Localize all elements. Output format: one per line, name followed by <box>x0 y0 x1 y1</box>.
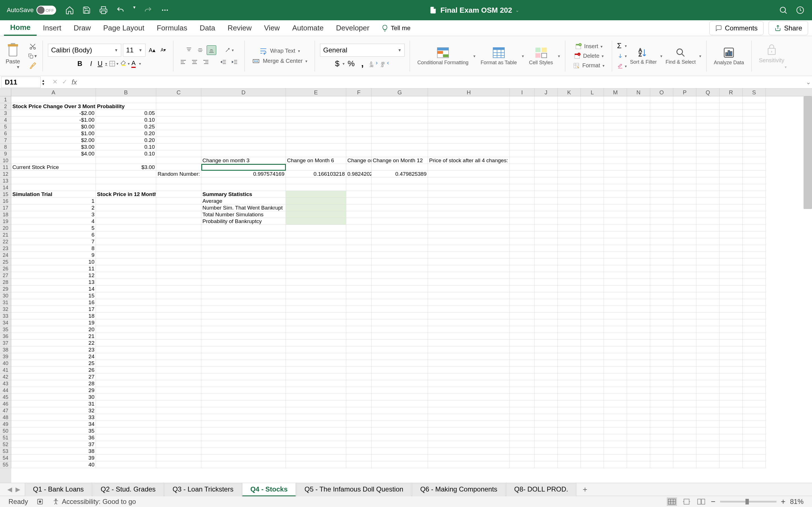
cell[interactable] <box>581 306 604 313</box>
cell[interactable] <box>673 205 696 211</box>
cell[interactable] <box>156 225 201 231</box>
cell[interactable] <box>346 428 371 434</box>
cell[interactable] <box>581 151 604 157</box>
cell[interactable] <box>627 461 650 468</box>
cell[interactable] <box>510 177 535 184</box>
cell[interactable] <box>428 387 510 394</box>
row-header[interactable]: 17 <box>0 205 11 211</box>
cell[interactable] <box>719 130 743 137</box>
clear-icon[interactable]: ▾ <box>617 61 627 71</box>
cell[interactable] <box>696 117 719 123</box>
cell[interactable] <box>201 326 286 333</box>
cell[interactable] <box>156 198 201 205</box>
cell[interactable] <box>743 333 766 340</box>
cell[interactable] <box>558 407 581 414</box>
cell[interactable] <box>627 374 650 380</box>
cell[interactable] <box>581 340 604 346</box>
cell[interactable] <box>96 380 156 387</box>
cell[interactable] <box>510 333 535 340</box>
cell[interactable]: 11 <box>11 265 96 272</box>
cell[interactable]: 4 <box>11 218 96 225</box>
cell[interactable] <box>156 164 201 171</box>
cell[interactable] <box>719 333 743 340</box>
cell[interactable] <box>743 320 766 326</box>
cell[interactable]: 0.20 <box>96 130 156 137</box>
tab-draw[interactable]: Draw <box>67 21 97 35</box>
cell[interactable] <box>558 231 581 238</box>
cell[interactable] <box>627 279 650 286</box>
cell[interactable] <box>673 353 696 360</box>
cell[interactable] <box>11 184 96 191</box>
cell[interactable] <box>627 252 650 259</box>
cell[interactable] <box>371 130 428 137</box>
cell[interactable] <box>201 441 286 448</box>
cell[interactable] <box>535 218 558 225</box>
cell[interactable] <box>743 117 766 123</box>
cell[interactable] <box>650 252 673 259</box>
cell[interactable] <box>558 117 581 123</box>
sheet-tab[interactable]: Q4 - Stocks <box>242 483 296 496</box>
cell[interactable] <box>604 374 627 380</box>
cell[interactable] <box>286 360 346 367</box>
more-icon[interactable] <box>160 5 170 15</box>
cell[interactable] <box>650 292 673 299</box>
cell[interactable] <box>673 151 696 157</box>
cell[interactable] <box>371 394 428 400</box>
cell[interactable] <box>346 421 371 428</box>
cell[interactable] <box>346 191 371 198</box>
cell[interactable] <box>428 123 510 130</box>
cell[interactable]: Change on Month 6 <box>286 157 346 164</box>
border-button[interactable]: ▾ <box>109 59 118 68</box>
cell[interactable] <box>346 218 371 225</box>
cell[interactable] <box>743 367 766 374</box>
cell[interactable] <box>604 340 627 346</box>
cell[interactable] <box>650 326 673 333</box>
cell[interactable] <box>428 299 510 306</box>
cell[interactable] <box>96 96 156 103</box>
row-header[interactable]: 33 <box>0 313 11 320</box>
cell[interactable] <box>558 110 581 117</box>
cell[interactable] <box>346 299 371 306</box>
cell[interactable] <box>581 96 604 103</box>
cell[interactable] <box>696 211 719 218</box>
cell[interactable] <box>286 265 346 272</box>
cell[interactable] <box>535 225 558 231</box>
cell[interactable] <box>604 96 627 103</box>
cell[interactable] <box>696 103 719 110</box>
cell[interactable] <box>346 123 371 130</box>
cell[interactable] <box>510 157 535 164</box>
cell[interactable] <box>201 137 286 144</box>
cell[interactable] <box>673 320 696 326</box>
cell[interactable] <box>719 346 743 353</box>
zoom-in-button[interactable]: + <box>781 497 785 506</box>
cell[interactable] <box>604 211 627 218</box>
cell[interactable] <box>650 103 673 110</box>
row-header[interactable]: 13 <box>0 177 11 184</box>
column-header[interactable]: A <box>11 89 96 96</box>
cell[interactable] <box>719 198 743 205</box>
cell[interactable] <box>604 103 627 110</box>
cell[interactable] <box>371 407 428 414</box>
cell[interactable] <box>604 279 627 286</box>
cell[interactable] <box>535 380 558 387</box>
cut-icon[interactable] <box>28 42 38 51</box>
cell[interactable] <box>696 198 719 205</box>
cell[interactable] <box>650 333 673 340</box>
cell[interactable] <box>627 259 650 265</box>
cell[interactable] <box>371 205 428 211</box>
cell[interactable] <box>558 137 581 144</box>
cell[interactable] <box>96 455 156 461</box>
cell[interactable] <box>510 299 535 306</box>
cell[interactable] <box>201 353 286 360</box>
cell[interactable] <box>696 137 719 144</box>
cell[interactable] <box>719 340 743 346</box>
cell[interactable] <box>201 184 286 191</box>
cell[interactable] <box>201 279 286 286</box>
cell[interactable] <box>673 164 696 171</box>
cell[interactable] <box>535 326 558 333</box>
cell[interactable] <box>627 441 650 448</box>
cell[interactable] <box>558 245 581 252</box>
sheet-nav-prev-icon[interactable]: ◀ <box>7 486 12 493</box>
cell[interactable] <box>286 110 346 117</box>
cell[interactable] <box>604 360 627 367</box>
